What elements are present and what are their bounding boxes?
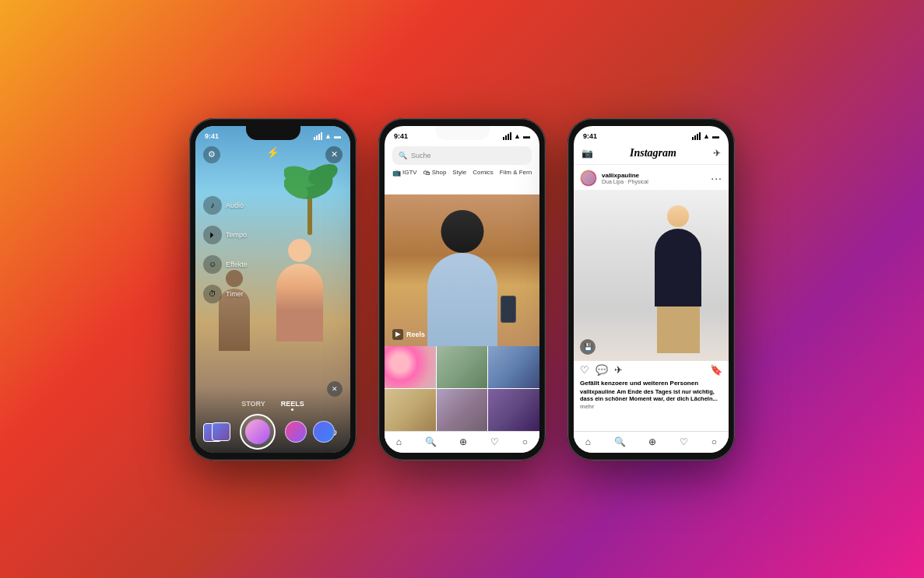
film-label: Film & Fern bbox=[500, 169, 532, 176]
phone3-notch bbox=[624, 126, 679, 140]
person1-body bbox=[276, 264, 323, 342]
send-icon[interactable]: ✈ bbox=[713, 148, 721, 159]
igtv-icon: 📺 bbox=[392, 169, 401, 177]
phone3-heart-nav[interactable]: ♡ bbox=[680, 436, 688, 447]
phone2-signal-icon bbox=[503, 132, 511, 140]
thumb-purple-img bbox=[488, 389, 539, 431]
comment-icon[interactable]: 💬 bbox=[596, 364, 608, 376]
heart-nav-icon[interactable]: ♡ bbox=[490, 436, 499, 447]
thumb-skater-img bbox=[488, 346, 539, 388]
post-caption: Gefällt kenzoere und weiteren Personen v… bbox=[574, 380, 729, 411]
timer-menu-item[interactable]: ⏱ Timer bbox=[203, 285, 248, 303]
user-avatar[interactable] bbox=[580, 170, 597, 187]
battery-icon: ▬ bbox=[334, 132, 341, 140]
category-tabs: 📺 IGTV 🛍 Shop Style Comics Film & Fern bbox=[392, 169, 532, 177]
thumb-1[interactable] bbox=[385, 346, 436, 388]
thumb-3[interactable] bbox=[488, 346, 539, 388]
phone3-wifi-icon: ▲ bbox=[703, 132, 710, 140]
reels-tab-container: REELS bbox=[281, 400, 304, 411]
tempo-menu-item[interactable]: ⏵ Tempo bbox=[203, 226, 248, 244]
comics-tab[interactable]: Comics bbox=[473, 169, 494, 177]
filter-button-2[interactable] bbox=[313, 421, 335, 443]
explore-grid bbox=[385, 346, 539, 431]
close-icon[interactable]: ✕ bbox=[325, 146, 343, 163]
post-header: vallixpauline Dua Lipa · Physical ··· bbox=[574, 166, 729, 190]
shop-tab[interactable]: 🛍 Shop bbox=[423, 169, 447, 177]
post-actions: ♡ 💬 ✈ 🔖 bbox=[574, 361, 729, 380]
cancel-button[interactable]: ✕ bbox=[327, 381, 343, 397]
phone3-add-nav[interactable]: ⊕ bbox=[648, 436, 656, 447]
thumb-2[interactable] bbox=[437, 346, 488, 388]
phone2-header: 🔍 Suche 📺 IGTV 🛍 Shop Style Comics bbox=[385, 143, 539, 180]
thumb-5[interactable] bbox=[437, 389, 488, 431]
story-tab[interactable]: STORY bbox=[241, 400, 265, 411]
home-nav-icon[interactable]: ⌂ bbox=[396, 436, 402, 447]
igtv-tab[interactable]: 📺 IGTV bbox=[392, 169, 417, 177]
settings-icon[interactable]: ⚙ bbox=[203, 146, 220, 163]
save-on-video-icon[interactable]: 💾 bbox=[580, 339, 596, 355]
reels-person-head bbox=[441, 210, 483, 253]
phone-feed: 9:41 ▲ ▬ 📷 Instagram ✈ bbox=[567, 118, 735, 461]
thumb-6[interactable] bbox=[488, 389, 539, 431]
phone2-wifi-icon: ▲ bbox=[514, 132, 521, 140]
reels-text: Reels bbox=[406, 331, 425, 338]
gallery-thumbnail[interactable] bbox=[212, 422, 230, 441]
thumb-flowers-img bbox=[385, 346, 436, 388]
instagram-logo: Instagram bbox=[630, 147, 676, 159]
phone3-home-nav[interactable]: ⌂ bbox=[585, 436, 591, 447]
filter-buttons bbox=[285, 421, 335, 443]
like-icon[interactable]: ♡ bbox=[580, 364, 589, 376]
filter-button-1[interactable] bbox=[285, 421, 307, 443]
add-nav-icon[interactable]: ⊕ bbox=[459, 436, 467, 447]
camera-icon[interactable]: 📷 bbox=[581, 148, 593, 159]
phone3-screen: 9:41 ▲ ▬ 📷 Instagram ✈ bbox=[574, 126, 729, 453]
film-tab[interactable]: Film & Fern bbox=[500, 169, 532, 177]
phone1-screen: 9:41 ▲ ▬ ⚙ ⚡ ✕ bbox=[195, 126, 350, 453]
phone3-status-icons: ▲ ▬ bbox=[692, 132, 719, 140]
thumb-couple-img bbox=[437, 346, 488, 388]
search-placeholder: Suche bbox=[411, 152, 431, 159]
tempo-label: Tempo bbox=[226, 231, 247, 239]
reels-icon: ▶ bbox=[392, 329, 403, 340]
share-icon[interactable]: ✈ bbox=[614, 364, 623, 376]
likes-text: Gefällt kenzoere und weiteren Personen bbox=[580, 380, 722, 387]
more-options-icon[interactable]: ··· bbox=[711, 175, 722, 181]
effects-label: Effekte bbox=[226, 261, 248, 268]
style-tab[interactable]: Style bbox=[452, 169, 466, 177]
effects-icon: ☺ bbox=[203, 255, 222, 274]
post-video-area: 💾 bbox=[574, 190, 729, 361]
timer-label: Timer bbox=[226, 290, 244, 298]
avatar-image bbox=[581, 171, 596, 185]
wifi-icon: ▲ bbox=[325, 132, 332, 140]
shop-label: Shop bbox=[432, 169, 447, 176]
tempo-icon: ⏵ bbox=[203, 226, 222, 244]
profile-nav-icon[interactable]: ○ bbox=[522, 436, 528, 447]
caption-username[interactable]: vallixpauline bbox=[580, 388, 615, 395]
reels-label: ▶ Reels bbox=[392, 329, 425, 340]
bookmark-icon[interactable]: 🔖 bbox=[710, 364, 722, 376]
search-bar[interactable]: 🔍 Suche bbox=[392, 146, 532, 165]
caption-text: vallixpauline Am Ende des Tages ist nur … bbox=[580, 388, 722, 411]
phone3-profile-nav[interactable]: ○ bbox=[711, 436, 717, 447]
flash-icon[interactable]: ⚡ bbox=[266, 146, 279, 163]
shop-icon: 🛍 bbox=[423, 169, 430, 177]
record-button[interactable] bbox=[240, 414, 276, 450]
audio-menu-item[interactable]: ♪ Audio bbox=[203, 196, 248, 215]
phone3-time: 9:41 bbox=[583, 132, 597, 140]
caption-more[interactable]: mehr bbox=[580, 403, 594, 410]
thumb-4[interactable] bbox=[385, 389, 436, 431]
reels-tab[interactable]: REELS bbox=[281, 400, 304, 408]
reels-person-background bbox=[385, 194, 539, 346]
phone1-bottom-controls: STORY REELS bbox=[195, 400, 350, 447]
feed-person-legs bbox=[657, 307, 700, 353]
record-button-inner bbox=[245, 419, 270, 444]
phone3-signal-icon bbox=[692, 132, 701, 140]
feed-person-figure bbox=[643, 205, 713, 361]
reels-person-body bbox=[427, 253, 497, 346]
igtv-label: IGTV bbox=[402, 169, 417, 176]
search-nav-icon[interactable]: 🔍 bbox=[425, 436, 437, 447]
effects-menu-item[interactable]: ☺ Effekte bbox=[203, 255, 248, 274]
post-username[interactable]: vallixpauline bbox=[602, 172, 706, 179]
phone3-search-nav[interactable]: 🔍 bbox=[614, 436, 626, 447]
phone1-top-controls: ⚙ ⚡ ✕ bbox=[203, 146, 343, 163]
